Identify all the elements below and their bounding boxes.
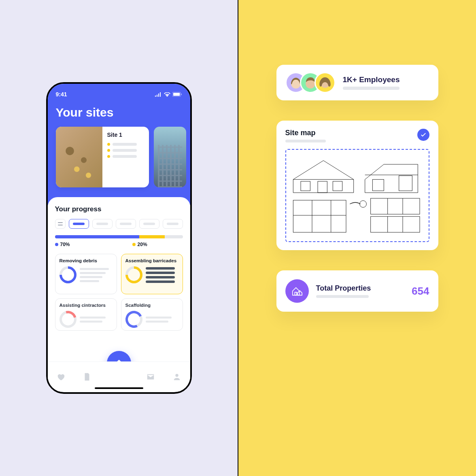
progress-seg-secondary [139, 235, 165, 238]
filter-pill-3[interactable] [116, 219, 136, 229]
svg-rect-25 [295, 292, 297, 295]
avatar-stack [285, 72, 336, 93]
wifi-icon [164, 92, 170, 97]
heart-icon [56, 372, 65, 381]
slider-icon [58, 222, 63, 226]
site-card-1[interactable]: Site 1 [56, 127, 149, 187]
svg-rect-14 [293, 200, 346, 232]
task-card-3[interactable]: Assisting cintractors [55, 298, 117, 331]
properties-icon-badge [285, 279, 309, 303]
filter-pill-1[interactable] [69, 219, 89, 229]
right-panel: 1K+ Employees Site map [238, 0, 476, 476]
blueprint-drawing [289, 153, 425, 236]
filter-pill-2[interactable] [92, 219, 113, 229]
signal-icon [155, 92, 162, 97]
filter-pill-4[interactable] [139, 219, 159, 229]
tab-favorites[interactable] [56, 372, 65, 381]
phone-header: 9:41 Your sites Site 1 [48, 84, 190, 205]
task-title: Assisting cintractors [60, 303, 113, 308]
site-image [56, 127, 102, 187]
filter-pill-5[interactable] [163, 219, 183, 229]
blueprint-image [285, 149, 429, 242]
svg-rect-20 [370, 217, 419, 232]
svg-rect-2 [181, 94, 182, 95]
document-icon [83, 372, 91, 381]
svg-rect-12 [399, 176, 412, 191]
status-bar: 9:41 [56, 91, 182, 98]
tab-mail[interactable] [146, 372, 155, 381]
employees-text: 1K+ Employees [343, 75, 429, 90]
svg-rect-8 [333, 181, 342, 191]
svg-point-18 [359, 201, 366, 208]
progress-legend: 70% 20% [55, 242, 183, 247]
progress-ring-icon [125, 311, 142, 328]
sitemap-card[interactable]: Site map [276, 121, 438, 250]
task-grid: Removing debris Assembling barricades As… [55, 254, 183, 331]
phone-mock: 9:41 Your sites Site 1 [46, 82, 192, 394]
legend-item-1: 70% [55, 242, 70, 247]
progress-ring-icon [60, 266, 76, 283]
svg-point-3 [175, 374, 178, 376]
progress-ring-icon [60, 311, 76, 328]
task-title: Scaffolding [125, 303, 178, 308]
task-card-4[interactable]: Scaffolding [121, 298, 183, 331]
task-card-1[interactable]: Removing debris [55, 254, 117, 294]
avatar [314, 72, 336, 93]
properties-text: Total Properties [316, 284, 405, 298]
check-badge [417, 129, 429, 141]
svg-rect-1 [173, 93, 179, 96]
progress-bar [55, 235, 183, 238]
properties-title: Total Properties [316, 284, 405, 293]
employees-title: 1K+ Employees [343, 75, 429, 84]
filter-pills [55, 219, 183, 229]
task-title: Assembling barricades [125, 258, 178, 263]
site-info: Site 1 [102, 127, 149, 187]
phone-body: Your progress 70% 20% [48, 197, 190, 391]
page-title: Your sites [56, 106, 182, 119]
properties-value: 654 [412, 285, 429, 298]
svg-rect-9 [317, 181, 327, 193]
house-icon [291, 285, 303, 297]
status-time: 9:41 [56, 91, 67, 98]
filter-toggle[interactable] [55, 219, 66, 229]
legend-item-2: 20% [132, 242, 147, 247]
user-icon [172, 372, 181, 381]
task-card-2[interactable]: Assembling barricades [121, 254, 183, 294]
employees-card[interactable]: 1K+ Employees [276, 65, 438, 100]
check-icon [420, 132, 427, 138]
properties-card[interactable]: Total Properties 654 [276, 270, 438, 312]
svg-rect-11 [372, 179, 384, 191]
battery-icon [172, 92, 182, 97]
progress-seg-primary [55, 235, 140, 238]
progress-title: Your progress [55, 205, 183, 213]
tab-bar [48, 361, 190, 391]
site-card-2[interactable] [154, 127, 186, 187]
sitemap-title: Site map [285, 129, 326, 137]
status-icons [155, 92, 182, 97]
mail-icon [146, 372, 155, 381]
placeholder-line [316, 295, 369, 298]
legend-label-1: 70% [60, 242, 70, 247]
site-name: Site 1 [107, 132, 144, 138]
svg-rect-19 [370, 198, 419, 214]
legend-label-2: 20% [138, 242, 147, 247]
task-title: Removing debris [60, 258, 113, 263]
progress-ring-icon [125, 266, 142, 283]
site-cards-row[interactable]: Site 1 [56, 127, 182, 187]
placeholder-line [285, 140, 326, 142]
svg-rect-7 [300, 181, 310, 191]
tab-docs[interactable] [83, 372, 91, 381]
tab-profile[interactable] [172, 372, 181, 381]
left-panel: 9:41 Your sites Site 1 [0, 0, 238, 476]
placeholder-line [343, 87, 400, 90]
home-indicator [95, 387, 143, 389]
